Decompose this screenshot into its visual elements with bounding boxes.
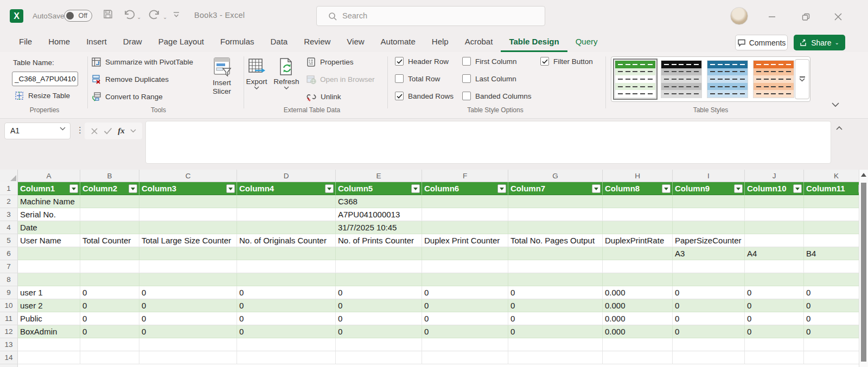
name-box[interactable]: A1 [4, 123, 71, 139]
cell-A8[interactable] [18, 273, 80, 286]
cancel-icon[interactable] [91, 127, 98, 135]
cell-C14[interactable] [139, 351, 237, 364]
cell-H9[interactable]: 0.000 [603, 286, 673, 299]
cell-K13[interactable] [804, 338, 859, 351]
comments-button[interactable]: Comments [735, 35, 788, 50]
cell-E7[interactable] [336, 260, 422, 273]
cell-D7[interactable] [237, 260, 336, 273]
filter-dropdown-button[interactable] [69, 184, 78, 193]
cell-F4[interactable] [422, 221, 508, 234]
cell-F9[interactable]: 0 [422, 286, 508, 299]
table-header-cell-B1[interactable]: Column2 [80, 182, 139, 195]
cell-E14[interactable] [336, 351, 422, 364]
cell-C5[interactable]: Total Large Size Counter [139, 234, 237, 247]
cell-G9[interactable]: 0 [508, 286, 603, 299]
column-header-C[interactable]: C [139, 170, 237, 182]
row-number[interactable]: 5 [0, 234, 18, 247]
row-number[interactable]: 12 [0, 325, 18, 338]
column-header-H[interactable]: H [603, 170, 673, 182]
cell-E4[interactable]: 31/7/2025 10:45 [336, 221, 422, 234]
table-style-swatch-green-style[interactable] [615, 60, 656, 98]
select-all-corner[interactable] [0, 170, 18, 182]
insert-slicer-button[interactable]: Insert Slicer [205, 56, 239, 96]
cell-A7[interactable] [18, 260, 80, 273]
cell-I3[interactable] [673, 208, 745, 221]
row-number[interactable]: 6 [0, 247, 18, 260]
cell-K9[interactable]: 0 [804, 286, 859, 299]
cell-J2[interactable] [745, 195, 804, 208]
cell-J12[interactable]: 0 [745, 325, 804, 338]
undo-button[interactable] [123, 9, 136, 23]
cell-B11[interactable]: 0 [80, 312, 139, 325]
cell-F6[interactable] [422, 247, 508, 260]
cell-J10[interactable]: 0 [745, 299, 804, 312]
cell-B6[interactable] [80, 247, 139, 260]
export-button[interactable]: Export [244, 57, 269, 89]
unchecked-checkbox-icon[interactable] [462, 57, 471, 66]
scroll-up-icon[interactable] [861, 173, 866, 177]
cell-J14[interactable] [745, 351, 804, 364]
cell-E11[interactable]: 0 [336, 312, 422, 325]
cell-F8[interactable] [422, 273, 508, 286]
cell-B7[interactable] [80, 260, 139, 273]
cell-F2[interactable] [422, 195, 508, 208]
cell-D5[interactable]: No. of Originals Counter [237, 234, 336, 247]
formula-bar-options-icon[interactable]: ⋮ [76, 125, 84, 135]
close-button[interactable] [827, 10, 849, 24]
table-header-cell-I1[interactable]: Column9 [673, 182, 745, 195]
cell-J3[interactable] [745, 208, 804, 221]
cell-I12[interactable]: 0 [673, 325, 745, 338]
cell-C4[interactable] [139, 221, 237, 234]
cell-H8[interactable] [603, 273, 673, 286]
row-number[interactable]: 13 [0, 338, 18, 351]
tab-draw[interactable]: Draw [115, 33, 150, 52]
cell-B13[interactable] [80, 338, 139, 351]
remove-duplicates-button[interactable]: Remove Duplicates [91, 73, 169, 86]
cell-C2[interactable] [139, 195, 237, 208]
restore-button[interactable] [795, 10, 816, 24]
tab-home[interactable]: Home [40, 33, 78, 52]
cell-H11[interactable]: 0.000 [603, 312, 673, 325]
cell-F10[interactable]: 0 [422, 299, 508, 312]
column-header-F[interactable]: F [422, 170, 508, 182]
unchecked-checkbox-icon[interactable] [395, 74, 404, 83]
spreadsheet-grid[interactable]: ABCDEFGHIJK 1Column1Column2Column3Column… [0, 170, 859, 367]
cell-A6[interactable] [18, 247, 80, 260]
tab-insert[interactable]: Insert [78, 33, 115, 52]
checked-checkbox-icon[interactable] [395, 57, 404, 66]
cell-E9[interactable]: 0 [336, 286, 422, 299]
redo-dropdown-icon[interactable]: ⌄ [163, 14, 167, 20]
cell-G8[interactable] [508, 273, 603, 286]
cell-C12[interactable]: 0 [139, 325, 237, 338]
cell-K10[interactable]: 0 [804, 299, 859, 312]
cell-B5[interactable]: Total Counter [80, 234, 139, 247]
cell-C13[interactable] [139, 338, 237, 351]
cell-J4[interactable] [745, 221, 804, 234]
undo-dropdown-icon[interactable]: ⌄ [137, 14, 141, 20]
cell-H3[interactable] [603, 208, 673, 221]
checkbox-header-row[interactable]: Header Row [395, 55, 449, 67]
cell-K11[interactable]: 0 [804, 312, 859, 325]
cell-C7[interactable] [139, 260, 237, 273]
table-header-cell-E1[interactable]: Column5 [336, 182, 422, 195]
tab-review[interactable]: Review [296, 33, 339, 52]
convert-to-range-button[interactable]: Convert to Range [91, 90, 163, 103]
cell-J11[interactable]: 0 [745, 312, 804, 325]
cell-D10[interactable]: 0 [237, 299, 336, 312]
excel-app-icon[interactable]: X [10, 9, 23, 23]
table-header-cell-J1[interactable]: Column10 [745, 182, 804, 195]
cell-F7[interactable] [422, 260, 508, 273]
cell-B10[interactable]: 0 [80, 299, 139, 312]
cell-A14[interactable] [18, 351, 80, 364]
cell-A2[interactable]: Machine Name [18, 195, 80, 208]
table-styles-more-button[interactable] [795, 59, 809, 99]
autosave-toggle[interactable]: Off [64, 10, 92, 22]
cell-I7[interactable] [673, 260, 745, 273]
cell-A10[interactable]: user 2 [18, 299, 80, 312]
checkbox-banded-rows[interactable]: Banded Rows [395, 90, 454, 102]
cell-G11[interactable]: 0 [508, 312, 603, 325]
cell-F12[interactable]: 0 [422, 325, 508, 338]
unchecked-checkbox-icon[interactable] [462, 92, 471, 100]
unlink-button[interactable]: Unlink [306, 90, 341, 103]
cell-B14[interactable] [80, 351, 139, 364]
